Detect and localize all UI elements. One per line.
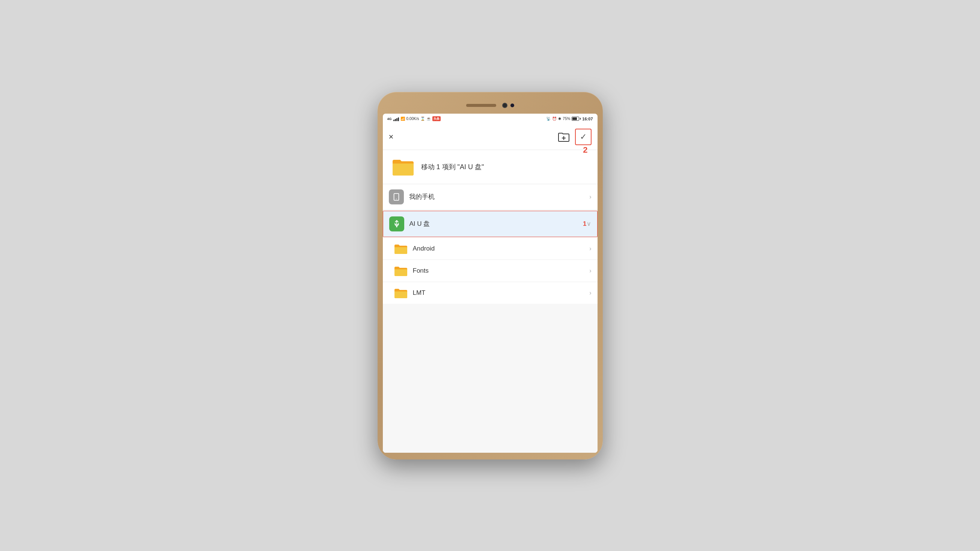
signal-bars	[393, 117, 399, 121]
step-2-label: 2	[583, 145, 587, 155]
android-folder-icon	[394, 243, 407, 254]
status-left: 4G 📶 0.00K/s ⌛ ☕ 头条	[387, 116, 441, 121]
step-1-label: 1	[583, 220, 586, 228]
wifi-icon: 📶	[401, 117, 405, 121]
phone-shell: 4G 📶 0.00K/s ⌛ ☕ 头条 📡 ⏰ ✱ 75%	[378, 92, 603, 459]
list-item-android[interactable]: Android ›	[383, 238, 598, 260]
list-item-phone[interactable]: 我的手机 ›	[383, 184, 598, 210]
fonts-folder-label: Fonts	[413, 267, 590, 275]
signal-bar-2	[395, 119, 396, 121]
battery-percent: 75%	[563, 117, 570, 121]
svg-point-4	[396, 226, 398, 227]
toolbar-right: ✓ 2	[557, 129, 592, 145]
sub-items-list: Android › Fonts ›	[383, 238, 598, 304]
phone-speaker	[466, 104, 496, 107]
phone-location-label: 我的手机	[409, 192, 590, 201]
app-content: × ✓ 2	[383, 124, 598, 453]
signal-bar-4	[398, 118, 399, 121]
notification-badge: 头条	[433, 116, 441, 121]
ai-udisk-label: AI U 盘	[409, 219, 580, 228]
signal-bar-3	[396, 118, 398, 121]
usb-location-icon	[389, 216, 404, 232]
lmt-chevron-icon: ›	[589, 289, 591, 296]
svg-point-3	[396, 198, 397, 199]
svg-rect-2	[394, 193, 399, 200]
move-title-text: 移动 1 项到 "AI U 盘"	[421, 162, 484, 171]
checkmark-icon: ✓	[580, 132, 587, 142]
android-chevron-icon: ›	[589, 245, 591, 252]
phone-screen: 4G 📶 0.00K/s ⌛ ☕ 头条 📡 ⏰ ✱ 75%	[383, 114, 598, 453]
new-folder-button[interactable]	[557, 130, 571, 144]
new-folder-icon	[558, 132, 570, 142]
phone-device-icon	[392, 193, 401, 201]
phone-camera	[502, 103, 508, 108]
toolbar: × ✓ 2	[383, 124, 598, 150]
clock: 16:07	[582, 117, 593, 121]
destination-folder-icon	[392, 157, 414, 176]
list-item-fonts[interactable]: Fonts ›	[383, 260, 598, 282]
move-header: 移动 1 项到 "AI U 盘"	[383, 150, 598, 184]
ai-udisk-chevron-icon: ∨	[587, 220, 591, 227]
cast-icon: 📡	[546, 117, 550, 121]
network-speed: 0.00K/s	[406, 117, 419, 121]
hourglass-icon: ⌛	[420, 117, 425, 121]
alarm-icon: ⏰	[552, 117, 557, 121]
usb-icon: ☕	[426, 117, 431, 121]
signal-label: 4G	[387, 117, 392, 121]
lmt-folder-icon	[394, 287, 407, 299]
bluetooth-icon: ✱	[558, 117, 561, 121]
status-bar: 4G 📶 0.00K/s ⌛ ☕ 头条 📡 ⏰ ✱ 75%	[383, 114, 598, 124]
android-folder-label: Android	[413, 245, 590, 252]
signal-bar-1	[393, 120, 395, 121]
phone-top-bar	[383, 98, 598, 112]
phone-chevron-icon: ›	[589, 194, 591, 200]
phone-location-icon	[389, 189, 404, 205]
lmt-folder-label: LMT	[413, 289, 590, 297]
list-item-lmt[interactable]: LMT ›	[383, 282, 598, 304]
list-item-ai-udisk[interactable]: AI U 盘 1 ∨	[383, 211, 598, 237]
fonts-chevron-icon: ›	[589, 267, 591, 274]
location-list: 我的手机 › AI U 盘 1 ∨	[383, 184, 598, 453]
phone-sensor	[511, 103, 514, 107]
fonts-folder-icon	[394, 265, 407, 276]
battery-indicator	[572, 117, 581, 121]
close-button[interactable]: ×	[389, 132, 394, 142]
usb-icon	[393, 220, 401, 228]
confirm-button[interactable]: ✓ 2	[575, 129, 592, 145]
status-right: 📡 ⏰ ✱ 75% 16:07	[546, 117, 593, 121]
